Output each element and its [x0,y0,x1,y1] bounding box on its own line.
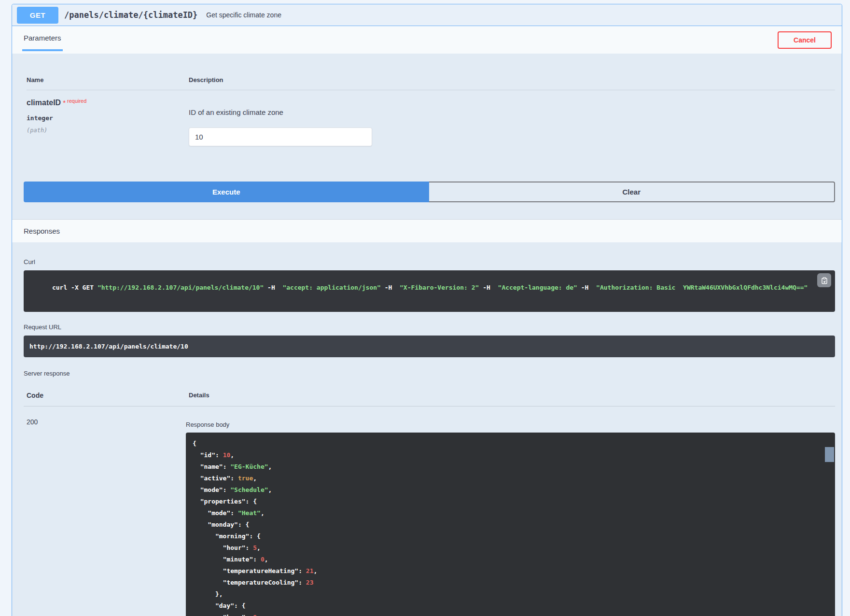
cancel-button[interactable]: Cancel [778,31,832,49]
status-code: 200 [24,406,186,616]
response-details-cell: Response body { "id": 10, "name": "EG-Kü… [186,406,835,616]
description-column-header: Description [189,76,835,84]
request-url-value: http://192.168.2.107/api/panels/climate/… [24,336,835,357]
code-column-header: Code [27,392,189,399]
operation-description: Get specific climate zone [206,11,281,19]
curl-command: curl -X GET "http://192.168.2.107/api/pa… [24,270,835,312]
parameter-name-cell: climateID*required integer (path) [27,98,189,146]
climateid-input[interactable] [189,127,372,146]
parameters-table-header: Name Description [27,76,835,90]
responses-section-header: Responses [12,219,842,242]
copy-curl-button[interactable] [817,273,831,287]
execute-button[interactable]: Execute [24,182,429,202]
parameter-location: (path) [27,127,189,134]
response-scrollbar-thumb[interactable] [825,447,834,462]
operation-summary[interactable]: GET /panels/climate/{climateID} Get spec… [12,4,842,26]
response-table-header: Code Details [24,392,835,406]
request-url-label: Request URL [24,323,835,331]
curl-label: Curl [24,258,835,266]
clipboard-icon [821,277,828,284]
action-buttons: Execute Clear [24,182,835,202]
tab-bar: Parameters Cancel [12,26,842,54]
parameter-name: climateID [27,98,61,107]
server-response-label: Server response [24,370,835,377]
response-body-label: Response body [186,421,835,428]
parameters-section: Name Description climateID*required inte… [12,54,842,146]
operation-block: GET /panels/climate/{climateID} Get spec… [12,4,842,616]
required-label: required [67,98,86,104]
responses-title: Responses [24,227,60,235]
clear-button[interactable]: Clear [429,182,836,202]
tab-parameters[interactable]: Parameters [22,26,63,51]
operation-path: /panels/climate/{climateID} [64,10,197,20]
parameter-description: ID of an existing climate zone [189,108,835,116]
parameter-type: integer [27,114,189,122]
responses-section: Curl curl -X GET "http://192.168.2.107/a… [12,242,842,616]
details-column-header: Details [189,392,835,399]
curl-command-text: curl -X GET "http://192.168.2.107/api/pa… [52,284,808,291]
name-column-header: Name [27,76,189,84]
response-body-code: { "id": 10, "name": "EG-Küche", "active"… [186,433,835,616]
tab-parameters-label: Parameters [24,34,61,42]
parameter-description-cell: ID of an existing climate zone [189,98,835,146]
response-body-json: { "id": 10, "name": "EG-Küche", "active"… [193,438,822,616]
required-star: * [63,98,66,107]
parameter-row: climateID*required integer (path) ID of … [27,90,835,146]
method-badge: GET [17,7,58,24]
response-row: 200 Response body { "id": 10, "name": "E… [24,406,835,616]
